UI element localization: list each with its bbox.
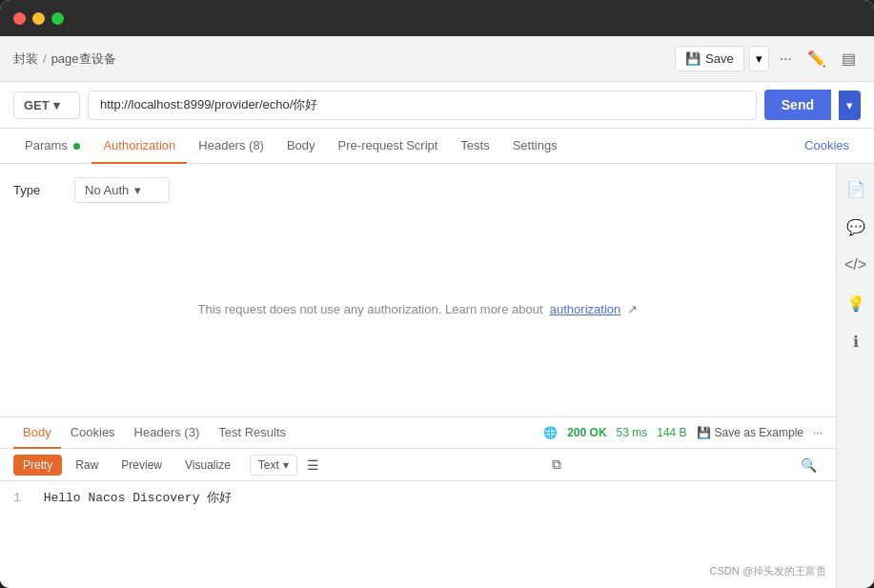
tab-headers[interactable]: Headers (8) [187, 129, 275, 164]
breadcrumb-separator: / [43, 51, 47, 66]
response-tab-headers[interactable]: Headers (3) [125, 417, 210, 449]
content-area: Type No Auth ▾ This request does not use… [0, 164, 836, 588]
auth-message-text: This request does not use any authorizat… [198, 302, 639, 316]
breadcrumb-part2: page查设备 [51, 51, 116, 68]
format-tab-visualize[interactable]: Visualize [175, 455, 240, 476]
response-tab-body[interactable]: Body [13, 417, 61, 449]
tab-cookies-label: Cookies [804, 138, 849, 152]
request-tabs: Params Authorization Headers (8) Body Pr… [0, 129, 874, 164]
response-tab-testresults-label: Test Results [218, 425, 286, 439]
format-tab-preview[interactable]: Preview [112, 455, 172, 476]
tab-params-label: Params [25, 138, 68, 152]
response-status: 🌐 200 OK 53 ms 144 B 💾 Save as Example ·… [543, 426, 823, 439]
auth-type-chevron-icon: ▾ [134, 183, 141, 197]
response-tab-body-label: Body [23, 425, 51, 439]
send-dropdown-button[interactable]: ▾ [839, 91, 861, 120]
auth-type-dropdown[interactable]: No Auth ▾ [74, 177, 170, 203]
tab-params[interactable]: Params [13, 129, 91, 164]
globe-icon: 🌐 [543, 426, 558, 439]
close-button[interactable] [13, 12, 26, 25]
method-select[interactable]: GET ▾ [13, 91, 80, 119]
format-type-dropdown[interactable]: Text ▾ [250, 455, 297, 476]
save-dropdown-button[interactable]: ▾ [749, 46, 769, 71]
auth-type-value: No Auth [85, 183, 129, 197]
response-tab-testresults[interactable]: Test Results [209, 417, 295, 449]
response-search-button[interactable]: 🔍 [795, 455, 823, 476]
auth-link-arrow-icon: ↗ [627, 302, 638, 316]
response-copy-button[interactable]: ⧉ [546, 454, 567, 476]
sidebar-code-icon[interactable]: </> [839, 248, 873, 282]
breadcrumb-part1: 封装 [13, 51, 38, 68]
response-tab-cookies-label: Cookies [71, 425, 115, 439]
maximize-button[interactable] [51, 12, 64, 25]
breadcrumb: 封装 / page查设备 [13, 51, 675, 68]
toolbar-actions: 💾 Save ▾ ··· ✏️ ▤ [675, 45, 861, 72]
tab-headers-label: Headers (8) [198, 138, 264, 152]
main-content: Type No Auth ▾ This request does not use… [0, 164, 874, 588]
params-dot [73, 143, 80, 150]
sidebar-comment-icon[interactable]: 💬 [839, 210, 873, 244]
edit-icon-button[interactable]: ✏️ [803, 45, 831, 72]
format-tab-pretty[interactable]: Pretty [13, 455, 62, 476]
format-bar: Pretty Raw Preview Visualize Text ▾ [0, 449, 836, 481]
save-example-icon: 💾 [697, 426, 711, 439]
more-button[interactable]: ··· [775, 46, 797, 72]
response-line-1: Hello Nacos Discovery 你好 [44, 491, 233, 505]
auth-message: This request does not use any authorizat… [13, 214, 823, 403]
save-example-label: Save as Example [715, 426, 803, 439]
sidebar-info-icon[interactable]: ℹ [839, 324, 873, 358]
watermark: CSDN @掉头发的王富贵 [710, 564, 826, 578]
format-tab-raw[interactable]: Raw [66, 455, 108, 476]
sidebar-bulb-icon[interactable]: 💡 [839, 286, 873, 320]
auth-type-row: Type No Auth ▾ [13, 177, 823, 203]
url-input[interactable] [88, 91, 757, 120]
tab-prerequest[interactable]: Pre-request Script [327, 129, 450, 164]
response-tab-headers-label: Headers (3) [134, 425, 200, 439]
request-bar: GET ▾ Send ▾ [0, 82, 874, 129]
response-size: 144 B [657, 426, 686, 439]
tab-authorization-label: Authorization [103, 138, 175, 152]
save-label: Save [705, 51, 734, 66]
response-section: Body Cookies Headers (3) Test Results 🌐 … [0, 416, 836, 588]
tab-settings[interactable]: Settings [501, 129, 569, 164]
right-sidebar: 📄 💬 </> 💡 ℹ [836, 164, 874, 588]
tab-settings-label: Settings [513, 138, 558, 152]
response-tabs: Body Cookies Headers (3) Test Results 🌐 … [0, 417, 836, 449]
status-code: 200 OK [567, 426, 606, 439]
tab-cookies[interactable]: Cookies [793, 129, 861, 164]
format-filter-icon[interactable]: ☰ [307, 457, 319, 473]
tab-prerequest-label: Pre-request Script [338, 138, 438, 152]
type-label: Type [13, 183, 61, 197]
response-more-icon[interactable]: ··· [813, 426, 823, 439]
response-tab-cookies[interactable]: Cookies [61, 417, 125, 449]
minimize-button[interactable] [32, 12, 45, 25]
auth-learn-more-link[interactable]: authorization [550, 302, 620, 316]
save-example-button[interactable]: 💾 Save as Example [697, 426, 803, 439]
tab-tests-label: Tests [460, 138, 489, 152]
tab-body-label: Body [287, 138, 315, 152]
traffic-lights [13, 12, 64, 25]
method-chevron-icon: ▾ [53, 98, 60, 112]
title-bar [0, 0, 874, 36]
sidebar-file-icon[interactable]: 📄 [839, 172, 873, 206]
toolbar: 封装 / page查设备 💾 Save ▾ ··· ✏️ ▤ [0, 36, 874, 82]
send-label: Send [782, 97, 814, 112]
tab-tests[interactable]: Tests [449, 129, 500, 164]
save-icon: 💾 [685, 51, 701, 66]
line-number-1: 1 [13, 491, 21, 505]
save-button[interactable]: 💾 Save [675, 46, 744, 71]
auth-panel: Type No Auth ▾ This request does not use… [0, 164, 836, 416]
format-type-chevron-icon: ▾ [283, 458, 289, 472]
send-button[interactable]: Send [764, 90, 831, 120]
tab-body[interactable]: Body [275, 129, 327, 164]
method-label: GET [24, 98, 50, 112]
tab-authorization[interactable]: Authorization [91, 129, 187, 164]
response-time: 53 ms [617, 426, 648, 439]
text-icon-button[interactable]: ▤ [837, 45, 861, 72]
format-type-label: Text [258, 458, 279, 472]
